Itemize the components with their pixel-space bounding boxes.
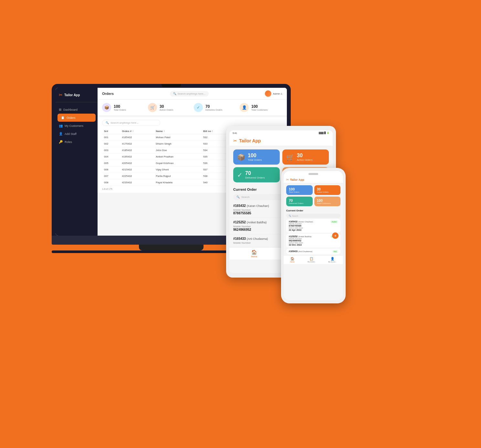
- col-sr: Sr#: [102, 128, 120, 134]
- phone-delivered-label: Delivered Orders: [289, 202, 310, 204]
- tablet-status-bar: 9:41 ▓▓▓ ▊ 🔋: [229, 130, 333, 136]
- col-name[interactable]: Name ↑: [154, 128, 201, 134]
- phone-nav-orders[interactable]: 📋 My Orders: [308, 257, 315, 263]
- order-phone: 9624966952: [289, 239, 311, 242]
- phone-active-orders-label: Active Orders: [317, 191, 338, 193]
- stat-total-orders: 📦 100 Total Orders: [102, 103, 145, 112]
- active-orders-label: Active Orders: [160, 109, 173, 111]
- stat-delivered-orders-info: 70 Deliveres Orders: [205, 104, 223, 111]
- phone-search[interactable]: 🔍 Search: [286, 214, 340, 218]
- cell-order: #185432: [120, 147, 154, 154]
- sidebar-item-customers[interactable]: 👥 My Customers: [56, 122, 98, 130]
- add-button[interactable]: +: [332, 232, 339, 239]
- cell-sr: 002: [102, 141, 120, 147]
- total-customers-number: 100: [251, 104, 268, 109]
- orders-icon: 📋: [309, 257, 313, 260]
- laptop-stats-row: 📦 100 Total Orders 🛒 30 Active Orders: [98, 100, 287, 115]
- home-icon: 🏠: [290, 257, 294, 260]
- order-phone: 8788755585: [289, 225, 313, 227]
- tablet-total-orders-label: Total Orders: [248, 158, 262, 161]
- phone-nav-orders-label: My Orders: [308, 261, 315, 263]
- order-left: #165433 (Arti Chudasma): [289, 250, 312, 252]
- tablet-active-icon: 🛒: [286, 153, 294, 161]
- sidebar-item-roles[interactable]: 🔑 Roles: [56, 138, 98, 146]
- scissors-icon: ✂: [59, 92, 63, 97]
- sidebar-item-orders[interactable]: 📋 Orders: [58, 114, 96, 122]
- orders-icon: 📋: [61, 116, 65, 119]
- cell-order: #195432: [120, 154, 154, 160]
- customers-icon: 👥: [59, 124, 63, 127]
- tablet-signal: ▓▓▓ ▊ 🔋: [319, 132, 329, 134]
- cell-name: Dharm Sinigh: [154, 141, 201, 147]
- phone-app-name: Tailor App: [290, 178, 304, 181]
- cell-name: Vijay Dhoni: [154, 167, 201, 173]
- phone-total-orders-num: 100: [289, 187, 310, 191]
- table-search-placeholder: Search anythings here...: [110, 121, 139, 124]
- phone-nav-home[interactable]: 🏠 Home: [290, 257, 294, 263]
- tablet-delivered-label: Delivered Orders: [245, 176, 265, 179]
- sidebar-item-label: Add Staff: [65, 132, 77, 136]
- cell-order: #175432: [120, 141, 154, 147]
- sidebar-app-name: Tailor App: [64, 93, 80, 97]
- tablet-nav-home[interactable]: 🏠 Home: [251, 249, 257, 258]
- delivered-orders-label: Deliveres Orders: [205, 109, 223, 111]
- admin-avatar: [265, 90, 271, 97]
- order-left: #125252 (Aniket Baldha) Mobile Number 96…: [289, 235, 311, 246]
- list-item[interactable]: #165432 (Karan Chauhan) Mobile Number 87…: [286, 219, 340, 233]
- phone-nav-account[interactable]: 👤 My Accou...: [328, 257, 337, 263]
- col-order[interactable]: Ordes # ↑: [120, 128, 154, 134]
- phone-stats-grid: 100 Total Orders 30 Active Orders 70 Del…: [284, 183, 343, 208]
- delivered-orders-number: 70: [205, 104, 223, 109]
- sidebar-item-dashboard[interactable]: ⊞ Dashboard: [56, 106, 98, 114]
- phone-notch-area: [284, 171, 343, 176]
- admin-area: Admin 1: [265, 90, 282, 97]
- phone-search-placeholder: Search: [292, 215, 298, 217]
- list-item[interactable]: #165433 (Arti Chudasma) Acti: [286, 249, 340, 254]
- sidebar-item-staff[interactable]: 👤 Add Staff: [56, 130, 98, 138]
- cell-sr: 007: [102, 173, 120, 179]
- cell-name: John Doe: [154, 147, 201, 154]
- cell-order: #225432: [120, 173, 154, 179]
- status-badge: Acti: [332, 250, 338, 253]
- phone-customers-label: Total Customers: [317, 202, 338, 204]
- phone-orders-list: #165432 (Karan Chauhan) Mobile Number 87…: [284, 219, 343, 254]
- cell-order: #215432: [120, 167, 154, 173]
- tablet-stat-delivered: ✓ 70 Delivered Orders: [233, 167, 280, 182]
- cell-sr: 005: [102, 160, 120, 167]
- search-bar[interactable]: 🔍 Search anythings here...: [170, 91, 209, 97]
- cell-sr: 006: [102, 167, 120, 173]
- laptop-stand: [139, 245, 204, 250]
- phone-screen: ✂ Tailor App 100 Total Orders 30 Active …: [284, 171, 343, 300]
- stat-active-orders: 🛒 30 Active Orders: [148, 103, 191, 112]
- total-orders-number: 100: [114, 104, 126, 109]
- tablet-stat-info: 100 Total Orders: [248, 153, 262, 161]
- tablet-delivered-num: 70: [245, 170, 265, 176]
- phone-section-title: Current Order: [284, 208, 343, 213]
- tablet-active-orders-label: Active Orders: [297, 158, 312, 161]
- dashboard-icon: ⊞: [59, 108, 61, 111]
- stat-total-customers: 👤 100 Total Customers: [240, 103, 282, 112]
- tablet-stat-total-orders: 📦 100 Total Orders: [233, 149, 280, 165]
- sidebar-item-label: My Customers: [65, 124, 83, 127]
- cell-sr: 004: [102, 154, 120, 160]
- table-search[interactable]: 🔍 Search anythings here...: [102, 120, 160, 126]
- order-id: #165432 (Karan Chauhan): [289, 220, 313, 223]
- sidebar-item-label: Orders: [67, 116, 76, 119]
- cell-name: Gopal Krishnan: [154, 160, 201, 167]
- total-customers-label: Total Customers: [251, 109, 268, 111]
- cell-order: #165432: [120, 134, 154, 141]
- admin-label: Admin 1: [273, 92, 282, 95]
- phone-stat-customers: 100 Total Customers: [314, 197, 341, 206]
- tablet-stat-active-orders: 🛒 30 Active Orders: [282, 149, 329, 165]
- tablet-time: 9:41: [233, 132, 237, 134]
- order-customer: (Aniket Baldha): [247, 221, 267, 224]
- phone-customers-num: 100: [317, 199, 338, 202]
- cell-sr: 003: [102, 147, 120, 154]
- delivered-orders-icon: ✓: [194, 103, 203, 112]
- phone-notch: [308, 173, 318, 175]
- order-date: 22 Apr 2022: [289, 229, 313, 231]
- phone-stat-active-orders: 30 Active Orders: [314, 185, 341, 195]
- tablet-app-name: Tailor App: [239, 138, 261, 143]
- total-orders-icon: 📦: [102, 103, 111, 112]
- sidebar-logo: ✂ Tailor App: [56, 92, 98, 102]
